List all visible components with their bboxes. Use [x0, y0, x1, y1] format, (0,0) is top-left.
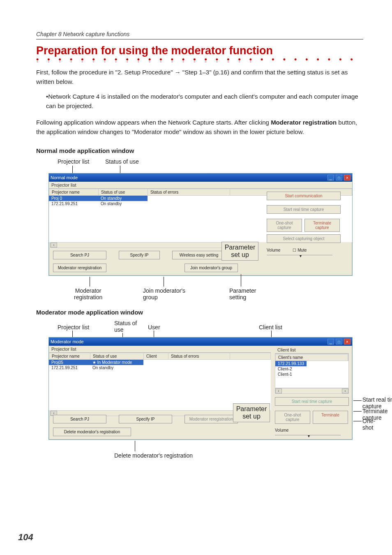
start-realtime-capture-button[interactable]: Start real time capture — [275, 397, 349, 406]
moderator-mode-heading: Moderator mode application window — [36, 309, 363, 316]
normal-mode-window: Normal mode _ □ × Projector list Project… — [48, 173, 353, 276]
titlebar[interactable]: Normal mode _ □ × — [49, 173, 352, 182]
maximize-icon[interactable]: □ — [336, 339, 342, 345]
header-rule — [36, 39, 363, 39]
chapter-heading: Chapter 8 Network capture functions — [36, 31, 363, 37]
intro-text-a: First, follow the procedure in "2. Setup… — [36, 69, 175, 76]
intro-bullet: •Network Capture 4 is installed on the m… — [46, 92, 363, 111]
window-title: Moderator mode — [51, 339, 84, 344]
table-row[interactable]: Proj05 ★ In Moderator mode — [49, 360, 271, 365]
page-number: 104 — [18, 532, 33, 543]
right-button-column: Start communication Start real time capt… — [267, 192, 349, 255]
minimize-icon[interactable]: _ — [327, 175, 334, 180]
normal-mode-diagram: Projector list Status of use Normal mode… — [36, 158, 363, 306]
terminate-button[interactable]: Terminate — [313, 411, 348, 424]
delete-moderator-registration-button[interactable]: Delete moderator's registration — [53, 428, 131, 436]
col-errors[interactable]: Status of errors — [148, 189, 230, 195]
minimize-icon[interactable]: _ — [327, 339, 334, 345]
callout-line — [90, 277, 90, 287]
scroll-right-icon[interactable]: › — [342, 388, 348, 393]
callout-oneshot: One-shot — [362, 418, 375, 431]
page-title: Preparation for using the moderator func… — [36, 44, 363, 57]
table-row[interactable]: 172.21.99.251 On standby — [49, 365, 271, 370]
select-capturing-object-button[interactable]: Select capturing object — [267, 234, 341, 243]
maximize-icon[interactable]: □ — [336, 175, 342, 180]
slider-thumb-icon[interactable]: ▾ — [300, 254, 302, 258]
col-errors[interactable]: Status of errors — [168, 353, 230, 359]
volume-label: Volume — [267, 248, 280, 252]
close-icon[interactable]: × — [344, 175, 350, 180]
client-list-pane: Client list Client's name 172.21.99.133 … — [275, 347, 349, 435]
cell: On standby — [98, 196, 148, 201]
list-item[interactable]: 172.21.99.133 — [275, 361, 348, 366]
window-title: Normal mode — [51, 175, 78, 180]
search-pj-button[interactable]: Search PJ — [53, 415, 106, 423]
client-table-header: Client's name — [275, 354, 348, 361]
one-shot-capture-button[interactable]: One-shot capture — [275, 411, 310, 424]
scroll-left-icon[interactable]: ‹ — [51, 243, 57, 247]
col-status[interactable]: Status of use — [99, 189, 148, 195]
callout-parameter-setting: Parameter setting — [229, 287, 256, 301]
col-client-name[interactable]: Client's name — [276, 354, 348, 361]
callout-line — [241, 274, 241, 287]
close-icon[interactable]: × — [344, 339, 350, 345]
list-item[interactable]: Client-1 — [275, 372, 348, 377]
col-projector[interactable]: Projector name — [49, 189, 99, 195]
callout-line — [135, 441, 135, 451]
start-realtime-capture-button[interactable]: Start real time capture — [267, 205, 341, 214]
parameter-setup-button[interactable]: Parameter set up — [233, 403, 270, 422]
label-client-list: Client list — [259, 324, 282, 331]
callout-delete-registration: Delete moderator's registration — [114, 452, 193, 459]
moderator-registration-button[interactable]: Moderator reregistration — [53, 264, 106, 272]
volume-label: Volume — [275, 428, 288, 432]
specify-ip-button[interactable]: Specify IP — [119, 415, 172, 423]
label-projector-list: Projector list — [58, 324, 89, 331]
moderator-mode-diagram: Projector list Status ofuse User Client … — [36, 320, 363, 468]
cell: On standby — [98, 201, 148, 206]
col-projector[interactable]: Projector name — [49, 353, 90, 359]
callout-line — [164, 277, 164, 287]
search-pj-button[interactable]: Search PJ — [53, 251, 106, 259]
cell: Proj05 — [49, 360, 90, 365]
label-projector-list: Projector list — [58, 158, 89, 165]
volume-slider[interactable]: ▾ — [275, 435, 341, 435]
col-client[interactable]: Client — [144, 353, 168, 359]
cell: On standby — [90, 365, 143, 370]
projector-table: Projector name Status of use Client Stat… — [49, 353, 271, 410]
col-status[interactable]: Status of use — [90, 353, 144, 359]
projector-list-label: Projector list — [49, 346, 271, 353]
p2-bold: Moderator registration — [271, 119, 337, 126]
moderator-registration-button[interactable]: Moderator reregistration — [184, 415, 238, 423]
start-communication-button[interactable]: Start communication — [267, 192, 341, 200]
intro-paragraph-1: First, follow the procedure in "2. Setup… — [36, 68, 363, 86]
intro-paragraph-2: Following application window appears whe… — [36, 118, 363, 136]
parameter-setup-button[interactable]: Parameter set up — [221, 242, 258, 261]
moderator-mode-window: Moderator mode _ □ × Projector list Proj… — [48, 337, 353, 440]
callout-line — [353, 421, 362, 421]
join-moderator-group-button[interactable]: Join moderator's group — [184, 264, 238, 272]
normal-mode-heading: Normal mode application window — [36, 147, 363, 154]
cell: ★ In Moderator mode — [90, 360, 143, 365]
arrow-icon: → — [175, 69, 181, 76]
callout-line — [353, 411, 362, 412]
titlebar[interactable]: Moderator mode _ □ × — [49, 338, 352, 346]
terminate-capture-button[interactable]: Terminate capture — [304, 219, 340, 232]
wireless-easy-setting-button[interactable]: Wireless easy setting — [172, 251, 226, 259]
scrollbar[interactable]: ‹ › — [275, 388, 349, 394]
specify-ip-button[interactable]: Specify IP — [119, 251, 160, 259]
cell: 172.21.99.251 — [49, 201, 98, 206]
slider-thumb-icon[interactable]: ▾ — [308, 434, 310, 438]
one-shot-capture-button[interactable]: One-shot capture — [267, 219, 302, 232]
cell: 172.21.99.251 — [49, 365, 90, 370]
table-header: Projector name Status of use Client Stat… — [49, 353, 271, 360]
volume-slider[interactable]: ▾ — [267, 255, 332, 255]
client-list-label: Client list — [275, 347, 349, 354]
cell: Proj 0 — [49, 196, 98, 201]
dot-divider: • • • • • • • • • • • • • • • • • • • • … — [36, 58, 363, 62]
projector-list-label: Projector list — [49, 182, 352, 189]
list-item[interactable]: Client-2 — [275, 366, 348, 372]
window-controls: _ □ × — [327, 339, 350, 345]
mute-checkbox[interactable]: ☐ Mute — [293, 248, 307, 252]
p2-a: Following application window appears whe… — [36, 119, 271, 126]
scroll-left-icon[interactable]: ‹ — [275, 388, 282, 393]
